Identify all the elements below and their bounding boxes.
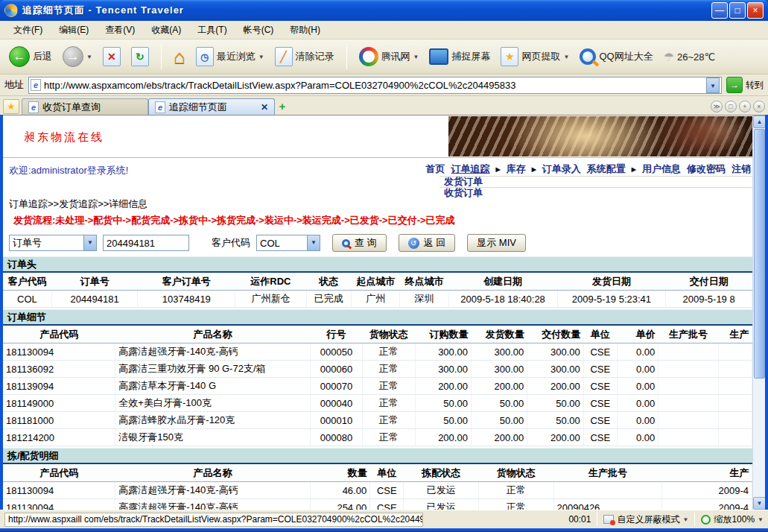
nav-order-tracking[interactable]: 订单追踪: [451, 162, 490, 176]
scroll-up-icon[interactable]: ▲: [753, 115, 765, 128]
forward-icon: →: [63, 46, 83, 67]
tencent-site-button[interactable]: 腾讯网 ▼: [356, 45, 422, 68]
table-cell: 46.00: [310, 482, 369, 499]
address-field[interactable]: e http://www.aspxamcom/ebs/track/TrackDe…: [28, 77, 722, 94]
maximize-button[interactable]: □: [729, 2, 746, 19]
back-icon: ←: [9, 46, 30, 67]
vertical-scrollbar[interactable]: ▲ ▼: [752, 115, 765, 510]
menu-view[interactable]: 查看(V): [98, 22, 142, 39]
table-row: 181214200洁银牙膏150克000080正常200.00200.00200…: [3, 429, 752, 446]
weather-widget[interactable]: ☂ 26~28℃: [661, 48, 718, 66]
close-tabs-icon[interactable]: ×: [753, 101, 765, 113]
monitor-icon: [429, 48, 448, 65]
menu-favorites[interactable]: 收藏(A): [144, 22, 188, 39]
restore-window-icon[interactable]: □: [725, 101, 737, 113]
submenu-ship-order[interactable]: 发货订单: [439, 176, 752, 187]
nav-order-entry[interactable]: 订单录入: [542, 162, 581, 176]
site-logo: 昶东物流在线: [24, 130, 104, 145]
table-cell: 181181000: [3, 412, 115, 429]
status-url: http://www.aspxaill com/ebs/track/TrackD…: [4, 513, 423, 527]
close-button[interactable]: ×: [747, 2, 764, 19]
menu-tools[interactable]: 工具(T): [190, 22, 234, 39]
stop-button[interactable]: ✕: [100, 45, 124, 68]
scrollbar-thumb[interactable]: [754, 129, 765, 379]
tab-page-icon: e: [28, 101, 39, 113]
table-cell: [718, 395, 752, 412]
table-cell: 200.00: [527, 429, 583, 446]
capture-screen-button[interactable]: 捕捉屏幕: [426, 47, 493, 66]
table-cell: 高露洁三重功效牙膏 90 G-72支/箱: [115, 361, 310, 378]
table-row: 181181000高露洁蜂胶水晶牙膏-120克000010正常50.0050.0…: [3, 412, 752, 429]
search-icon: [342, 239, 350, 247]
menu-file[interactable]: 文件(F): [6, 22, 50, 39]
minimize-button[interactable]: —: [711, 2, 728, 19]
show-miv-button[interactable]: 显示 MIV: [467, 234, 526, 252]
nav-user-info[interactable]: 用户信息: [642, 162, 681, 176]
recent-button[interactable]: 最近浏览 ▼: [193, 45, 267, 68]
nav-logout[interactable]: 注销: [731, 162, 751, 176]
customer-code-label: 客户代码: [212, 236, 250, 250]
block-mode-control[interactable]: 自定义屏蔽模式 ▼: [603, 513, 688, 526]
menu-help[interactable]: 帮助(H): [282, 22, 328, 39]
table-cell: 000010: [310, 412, 362, 429]
table-cell: 2009-5-19 8: [666, 291, 752, 308]
tencent-dropdown-icon[interactable]: ▼: [413, 54, 419, 60]
back-button[interactable]: ← 后退: [6, 45, 55, 69]
go-button[interactable]: → 转到: [726, 77, 764, 93]
qq-nav-button[interactable]: QQ网址大全: [577, 47, 656, 66]
menu-edit[interactable]: 编辑(E): [51, 22, 96, 39]
column-header: 单位: [370, 463, 404, 482]
new-tab-button[interactable]: +: [275, 99, 290, 114]
submenu-receive-order[interactable]: 收货订单: [439, 187, 752, 198]
table-cell: 2009-4: [662, 482, 752, 499]
refresh-button[interactable]: ↻: [128, 45, 152, 68]
nav-system-config[interactable]: 系统配置: [587, 162, 626, 176]
address-url[interactable]: http://www.aspxamcom/ebs/track/TrackDeta…: [44, 80, 703, 91]
table-cell: [658, 412, 718, 429]
nav-home[interactable]: 首页: [426, 162, 445, 176]
tab-receive-order-query[interactable]: e 收货订单查询: [22, 98, 148, 115]
zoom-control[interactable]: 缩放100% ▼: [701, 513, 764, 526]
address-dropdown-icon[interactable]: ▼: [706, 77, 720, 93]
order-number-input[interactable]: [103, 235, 189, 251]
collapse-tabs-icon[interactable]: ≫: [711, 101, 723, 113]
recent-dropdown-icon[interactable]: ▼: [258, 54, 264, 60]
table-cell: 300.00: [471, 361, 527, 378]
column-header: 生产批号: [553, 463, 662, 482]
page-content: 昶东物流在线 欢迎:administrator登录系统! 首页 订单追踪 ▶ 库…: [3, 115, 765, 510]
table-cell: 正常: [363, 361, 415, 378]
nav-change-password[interactable]: 修改密码: [687, 162, 726, 176]
forward-button[interactable]: → ▼: [60, 45, 95, 69]
favorites-star-icon[interactable]: ★: [3, 99, 19, 114]
table-cell: 181130094: [3, 482, 115, 499]
column-header: 交付日期: [666, 272, 752, 291]
page-extract-button[interactable]: 网页提取 ▼: [498, 45, 572, 68]
clear-history-button[interactable]: 清除记录: [272, 45, 337, 68]
forward-dropdown-icon[interactable]: ▼: [86, 54, 92, 60]
refresh-icon: ↻: [131, 47, 149, 66]
table-cell: 高露洁草本牙膏-140 G: [115, 378, 310, 395]
table-cell: 2009-5-19 5:23:41: [557, 291, 666, 308]
ie-page-icon: e: [31, 79, 41, 91]
tab-close-icon[interactable]: ✕: [261, 102, 268, 113]
menu-account[interactable]: 帐号(C): [236, 22, 282, 39]
table-cell: CSE: [583, 361, 617, 378]
weather-icon: ☂: [664, 50, 674, 64]
column-header: 订单号: [51, 272, 138, 291]
table-row: 181136092高露洁三重功效牙膏 90 G-72支/箱000060正常300…: [3, 361, 752, 378]
table-cell: 000080: [310, 429, 362, 446]
pin-icon[interactable]: +: [739, 101, 751, 113]
customer-code-select[interactable]: COL ▼: [256, 235, 320, 251]
return-button[interactable]: ↺ 返 回: [399, 234, 456, 252]
search-field-select[interactable]: 订单号 ▼: [9, 235, 97, 251]
home-button[interactable]: ⌂: [171, 44, 188, 70]
table-cell: 50.00: [415, 395, 471, 412]
scroll-down-icon[interactable]: ▼: [753, 497, 765, 510]
nav-inventory[interactable]: 库存: [507, 162, 526, 176]
table-cell: CSE: [583, 412, 617, 429]
query-button[interactable]: 查 询: [332, 234, 387, 252]
extract-dropdown-icon[interactable]: ▼: [563, 54, 569, 60]
site-header: 昶东物流在线: [3, 115, 752, 158]
column-header: 发货日期: [557, 272, 666, 291]
tab-track-detail[interactable]: e 追踪细节页面 ✕: [148, 98, 275, 115]
